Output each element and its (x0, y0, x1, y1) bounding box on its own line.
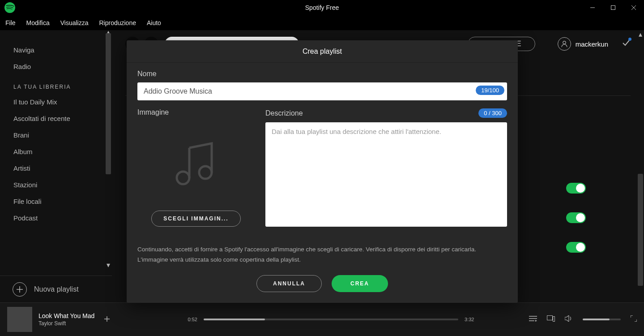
disclaimer-text: Continuando, accetti di fornire a Spotif… (137, 245, 507, 265)
cancel-button[interactable]: ANNULLA (256, 275, 322, 292)
new-playlist-label: Nuova playlist (34, 285, 79, 293)
toggle-2[interactable] (566, 212, 586, 223)
sidebar-item-dailymix[interactable]: Il tuo Daily Mix (0, 94, 112, 110)
description-label: Descrizione (265, 109, 303, 117)
menubar: File Modifica Visualizza Riproduzione Ai… (0, 15, 644, 30)
sidebar-scrollbar[interactable]: ▴ ▾ (105, 30, 112, 276)
add-track-button[interactable] (103, 314, 111, 325)
sidebar-item-artists[interactable]: Artisti (0, 160, 112, 177)
sidebar-item-songs[interactable]: Brani (0, 127, 112, 143)
maximize-button[interactable] (603, 0, 623, 15)
sidebar-item-podcast[interactable]: Podcast (0, 210, 112, 226)
toggle-1[interactable] (566, 183, 586, 194)
menu-edit[interactable]: Modifica (21, 15, 55, 30)
minimize-button[interactable] (582, 0, 603, 15)
volume-slider[interactable] (583, 319, 621, 320)
settings-toggles (566, 183, 586, 253)
svg-point-16 (177, 172, 189, 184)
content-scrollbar[interactable]: ▴ (637, 30, 644, 302)
create-playlist-modal: Crea playlist Nome 19/100 Immagine SCEGL… (127, 40, 518, 303)
description-textarea[interactable] (265, 122, 507, 227)
sidebar-item-stations[interactable]: Stazioni (0, 177, 112, 193)
scrollbar-thumb[interactable] (638, 174, 643, 286)
svg-rect-2 (611, 6, 615, 10)
now-playing: Look What You Mad Taylor Swift (7, 307, 141, 332)
sidebar-item-recent[interactable]: Ascoltati di recente (0, 110, 112, 127)
sidebar-item-albums[interactable]: Album (0, 143, 112, 160)
time-total: 3:32 (465, 317, 474, 322)
choose-image-button[interactable]: SCEGLI IMMAGIN... (151, 211, 240, 227)
track-title[interactable]: Look What You Mad (38, 312, 94, 319)
modal-title: Crea playlist (127, 40, 518, 63)
titlebar: Spotify Free (0, 0, 644, 15)
toggle-3[interactable] (566, 242, 586, 253)
volume-icon[interactable] (565, 315, 573, 323)
window-title: Spotify Free (305, 4, 339, 11)
close-button[interactable] (623, 0, 644, 15)
sidebar-item-browse[interactable]: Naviga (0, 42, 112, 58)
spotify-logo-icon (4, 2, 15, 13)
sidebar: Naviga Radio LA TUA LIBRERIA Il tuo Dail… (0, 30, 112, 302)
image-label: Immagine (137, 108, 255, 116)
activity-button[interactable] (622, 39, 631, 49)
svg-point-17 (199, 166, 212, 179)
time-elapsed: 0:52 (188, 317, 197, 322)
sidebar-item-localfiles[interactable]: File locali (0, 193, 112, 210)
track-artist[interactable]: Taylor Swift (38, 320, 94, 327)
user-avatar-icon (558, 37, 571, 51)
music-note-icon (171, 141, 221, 190)
notification-dot-icon (628, 38, 631, 41)
username-label: mackerkun (576, 40, 608, 48)
user-menu[interactable]: mackerkun (558, 37, 608, 51)
playback-controls: 0:52 3:32 (141, 317, 520, 322)
name-counter-badge: 19/100 (476, 86, 504, 95)
image-placeholder (137, 121, 255, 211)
sidebar-item-radio[interactable]: Radio (0, 58, 112, 75)
svg-point-0 (4, 2, 15, 13)
new-playlist-button[interactable]: Nuova playlist (0, 276, 112, 302)
menu-view[interactable]: Visualizza (55, 15, 94, 30)
svg-point-7 (563, 41, 565, 44)
sidebar-library-header: LA TUA LIBRERIA (0, 75, 112, 94)
window-controls (582, 0, 644, 15)
scrollbar-thumb[interactable] (106, 33, 111, 174)
plus-icon (13, 282, 27, 297)
description-counter-badge: 0 / 300 (478, 108, 507, 118)
menu-help[interactable]: Aiuto (141, 15, 166, 30)
menu-playback[interactable]: Riproduzione (94, 15, 141, 30)
devices-button[interactable] (547, 315, 555, 323)
svg-rect-13 (547, 316, 553, 320)
progress-bar[interactable] (204, 319, 458, 320)
create-button[interactable]: CREA (332, 275, 388, 292)
chevron-up-icon[interactable]: ▴ (637, 30, 644, 38)
menu-file[interactable]: File (0, 15, 21, 30)
expand-button[interactable] (631, 315, 637, 323)
queue-button[interactable] (529, 315, 537, 323)
chevron-down-icon[interactable]: ▾ (105, 261, 112, 268)
album-cover[interactable] (7, 307, 32, 332)
playlist-name-input[interactable] (137, 82, 507, 100)
svg-rect-14 (553, 317, 555, 322)
player-bar: Look What You Mad Taylor Swift 0:52 3:32 (0, 302, 644, 336)
name-label: Nome (137, 70, 507, 78)
